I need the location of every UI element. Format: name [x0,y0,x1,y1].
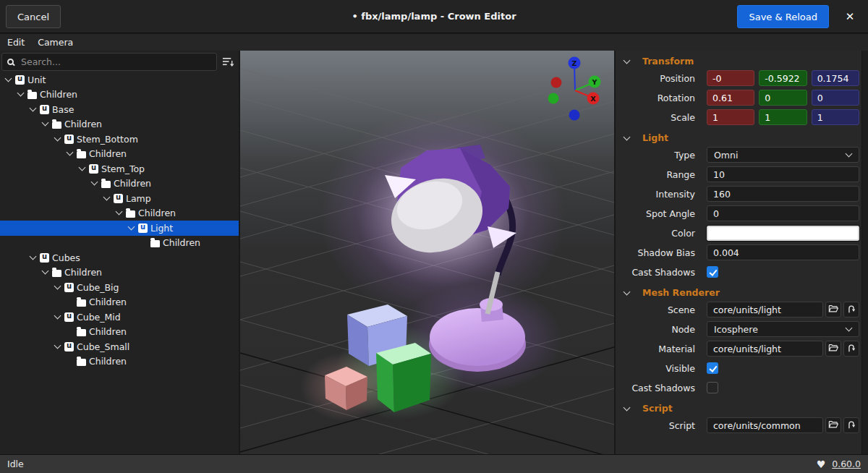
rotation-z-field[interactable]: 0 [812,90,859,106]
chevron-down-icon[interactable] [54,282,61,289]
gizmo-neg-z-handle[interactable] [569,110,580,121]
position-x-field[interactable]: -0 [707,70,754,86]
property-row-rotation: Rotation0.6100 [620,90,859,106]
chevron-down-icon[interactable] [54,341,61,349]
rotation-y-field[interactable]: 0 [759,90,807,106]
rotation-x-field[interactable]: 0.61 [707,90,754,106]
field-area [707,266,859,278]
tree-item-children[interactable]: Children [0,117,239,132]
chevron-down-icon[interactable] [5,74,12,82]
chevron-down-icon[interactable] [42,119,49,127]
scale-z-field[interactable]: 1 [812,109,859,125]
color-swatch[interactable] [707,226,859,241]
position-y-field[interactable]: -0.5922 [759,70,807,86]
field-area [707,417,859,433]
tree-item-children[interactable]: Children [0,88,239,103]
type-select[interactable]: Omni [707,147,859,163]
close-icon[interactable]: ✕ [841,8,859,25]
viewport[interactable]: Z Y X [240,51,614,454]
tree-item-children[interactable]: Children [0,295,239,310]
cast-shadows-checkbox[interactable] [707,266,718,278]
chevron-down-icon[interactable] [79,163,86,171]
node-select[interactable]: Icosphere [707,321,859,337]
property-row-spot-angle: Spot Angle [620,205,859,221]
tree-item-children[interactable]: Children [0,265,239,281]
gizmo-y-label: Y [592,78,597,86]
range-field[interactable] [707,166,859,182]
tree-item-unit[interactable]: Unit [0,72,239,88]
property-label: Scene [620,304,695,315]
inspector-panel: TransformPosition-0-0.59220.1754Rotation… [616,51,868,454]
heart-icon[interactable]: ♥ [817,459,826,469]
tree-item-label: Children [89,356,127,367]
material-field[interactable] [707,341,823,357]
chevron-down-icon[interactable] [103,193,111,200]
section-header-transform: Transform [620,52,859,70]
explorer-panel: UnitChildrenBaseChildrenStem_BottomChild… [0,51,239,454]
revert-button[interactable] [843,417,859,433]
folder-icon [150,240,160,247]
tree-item-label: Unit [27,74,46,85]
cast-shadows-checkbox[interactable] [707,382,718,393]
shadow-bias-field[interactable] [707,244,859,260]
chevron-down-icon[interactable] [624,133,631,140]
tree-item-stem-top[interactable]: Stem_Top [0,161,239,176]
scale-y-field[interactable]: 1 [759,109,807,125]
browse-button[interactable] [825,341,841,357]
tree-item-children[interactable]: Children [0,147,239,162]
search-box[interactable] [1,53,217,71]
browse-button[interactable] [825,302,841,318]
tree-item-stem-bottom[interactable]: Stem_Bottom [0,132,239,147]
chevron-down-icon[interactable] [42,268,49,275]
chevron-down-icon[interactable] [30,104,37,111]
visible-checkbox[interactable] [707,362,718,374]
chevron-down-icon[interactable] [624,404,631,411]
tree-item-children[interactable]: Children [0,176,239,192]
chevron-down-icon[interactable] [128,223,135,230]
gizmo-neg-x-handle[interactable] [551,77,562,88]
field-area: -0-0.59220.1754 [707,70,859,86]
tree-item-children[interactable]: Children [0,325,239,340]
spot-angle-field[interactable] [707,205,859,221]
tree-item-cube-mid[interactable]: Cube_Mid [0,310,239,325]
chevron-down-icon[interactable] [116,208,123,216]
script-field[interactable] [707,417,823,433]
version-link[interactable]: 0.60.0 [832,459,861,469]
save-reload-button[interactable]: Save & Reload [737,5,829,28]
chevron-down-icon[interactable] [30,252,37,260]
tree-item-children[interactable]: Children [0,236,239,251]
tree-item-label: Children [138,208,176,218]
gizmo-neg-y-handle[interactable] [548,93,559,104]
viewport-3d-scene[interactable]: Z Y X [240,51,614,454]
tree-item-cube-big[interactable]: Cube_Big [0,280,239,295]
tree-item-children[interactable]: Children [0,206,239,221]
sort-button[interactable] [219,53,237,71]
chevron-down-icon[interactable] [91,179,98,186]
chevron-down-icon[interactable] [54,312,61,319]
tree-item-light[interactable]: Light [0,221,239,236]
search-input[interactable] [20,56,211,68]
intensity-field[interactable] [707,186,859,202]
tree-item-cube-small[interactable]: Cube_Small [0,339,239,354]
tree-item-cubes[interactable]: Cubes [0,250,239,265]
tree-item-base[interactable]: Base [0,102,239,117]
menu-camera[interactable]: Camera [31,34,80,51]
cancel-button[interactable]: Cancel [6,5,61,28]
scene-field[interactable] [707,302,823,318]
chevron-down-icon[interactable] [624,288,631,295]
position-z-field[interactable]: 0.1754 [812,70,859,86]
chevron-down-icon[interactable] [17,90,25,97]
chevron-down-icon[interactable] [67,149,74,156]
property-label: Node [620,324,695,335]
inspector-scrollbar[interactable] [861,51,868,454]
browse-button[interactable] [825,417,841,433]
chevron-down-icon[interactable] [54,134,61,141]
menu-edit[interactable]: Edit [1,34,31,51]
tree-item-lamp[interactable]: Lamp [0,191,239,206]
tree-item-children[interactable]: Children [0,354,239,370]
revert-button[interactable] [843,341,859,357]
cube-mid[interactable] [376,343,431,412]
chevron-down-icon[interactable] [624,56,631,64]
revert-button[interactable] [843,302,859,318]
scale-x-field[interactable]: 1 [707,109,754,125]
